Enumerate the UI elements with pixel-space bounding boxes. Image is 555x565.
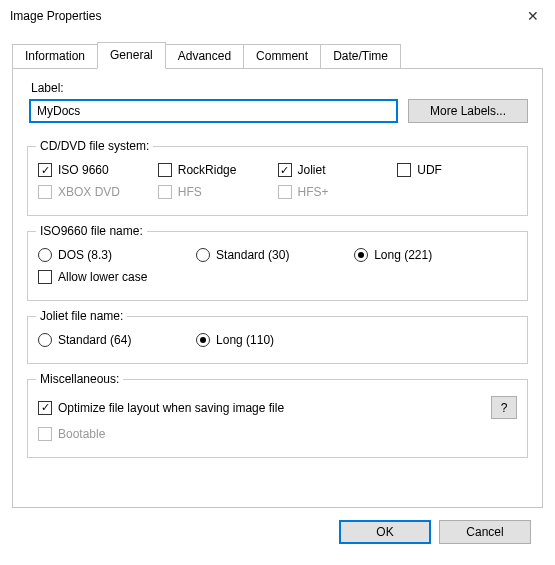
fs-option-hfs-: HFS+ [278,181,398,203]
radio-icon [38,248,52,262]
iso-filename-group: ISO9660 file name: DOS (8.3)Standard (30… [27,224,528,301]
more-labels-button[interactable]: More Labels... [408,99,528,123]
filesystem-group: CD/DVD file system: ✓ISO 9660RockRidge✓J… [27,139,528,216]
checkbox-icon: ✓ [38,401,52,415]
fs-option-iso-9660[interactable]: ✓ISO 9660 [38,159,158,181]
tab-strip: InformationGeneralAdvancedCommentDate/Ti… [12,42,543,68]
joliet-filename-option-label: Standard (64) [58,333,131,347]
iso-filename-option[interactable]: Standard (30) [196,244,354,266]
joliet-filename-option-label: Long (110) [216,333,274,347]
label-section: Label: More Labels... [27,79,528,133]
optimize-checkbox[interactable]: ✓ Optimize file layout when saving image… [38,401,284,415]
bootable-label: Bootable [58,427,105,441]
fs-option-xbox-dvd: XBOX DVD [38,181,158,203]
joliet-filename-option[interactable]: Long (110) [196,329,354,351]
tab-advanced[interactable]: Advanced [165,44,244,68]
misc-caption: Miscellaneous: [36,372,123,386]
checkbox-icon [38,427,52,441]
fs-option-label: UDF [417,163,442,177]
fs-option-hfs: HFS [158,181,278,203]
iso-filename-option[interactable]: Long (221) [354,244,512,266]
label-caption: Label: [31,81,528,95]
allow-lower-label: Allow lower case [58,270,147,284]
radio-icon [196,333,210,347]
tab-general[interactable]: General [97,42,166,69]
tab-information[interactable]: Information [12,44,98,68]
fs-option-label: XBOX DVD [58,185,120,199]
checkbox-icon [38,270,52,284]
checkbox-icon [278,185,292,199]
fs-option-joliet[interactable]: ✓Joliet [278,159,398,181]
cancel-button[interactable]: Cancel [439,520,531,544]
allow-lower-checkbox[interactable]: Allow lower case [38,266,517,288]
checkbox-icon: ✓ [38,163,52,177]
window-title: Image Properties [10,9,101,23]
iso-filename-option-label: Long (221) [374,248,432,262]
ok-button[interactable]: OK [339,520,431,544]
tab-comment[interactable]: Comment [243,44,321,68]
fs-option-label: HFS [178,185,202,199]
close-button[interactable]: ✕ [511,1,555,31]
fs-option-label: HFS+ [298,185,329,199]
checkbox-icon [158,185,172,199]
radio-icon [38,333,52,347]
iso-filename-option-label: DOS (8.3) [58,248,112,262]
close-icon: ✕ [527,8,539,24]
tab-date-time[interactable]: Date/Time [320,44,401,68]
fs-option-label: Joliet [298,163,326,177]
joliet-filename-group: Joliet file name: Standard (64)Long (110… [27,309,528,364]
radio-icon [354,248,368,262]
help-button[interactable]: ? [491,396,517,419]
fs-option-label: RockRidge [178,163,237,177]
label-input[interactable] [29,99,398,123]
fs-option-udf[interactable]: UDF [397,159,517,181]
iso-filename-option[interactable]: DOS (8.3) [38,244,196,266]
optimize-label: Optimize file layout when saving image f… [58,401,284,415]
checkbox-icon [397,163,411,177]
titlebar: Image Properties ✕ [0,0,555,32]
fs-option-label: ISO 9660 [58,163,109,177]
checkbox-icon [38,185,52,199]
bootable-checkbox: Bootable [38,423,517,445]
tab-panel-general: Label: More Labels... CD/DVD file system… [12,68,543,508]
filesystem-caption: CD/DVD file system: [36,139,153,153]
checkbox-icon: ✓ [278,163,292,177]
dialog-buttons: OK Cancel [12,508,543,544]
joliet-filename-option[interactable]: Standard (64) [38,329,196,351]
misc-group: Miscellaneous: ✓ Optimize file layout wh… [27,372,528,458]
checkbox-icon [158,163,172,177]
joliet-filename-caption: Joliet file name: [36,309,127,323]
dialog-body: InformationGeneralAdvancedCommentDate/Ti… [0,32,555,552]
iso-filename-caption: ISO9660 file name: [36,224,147,238]
radio-icon [196,248,210,262]
iso-filename-option-label: Standard (30) [216,248,289,262]
fs-option-rockridge[interactable]: RockRidge [158,159,278,181]
